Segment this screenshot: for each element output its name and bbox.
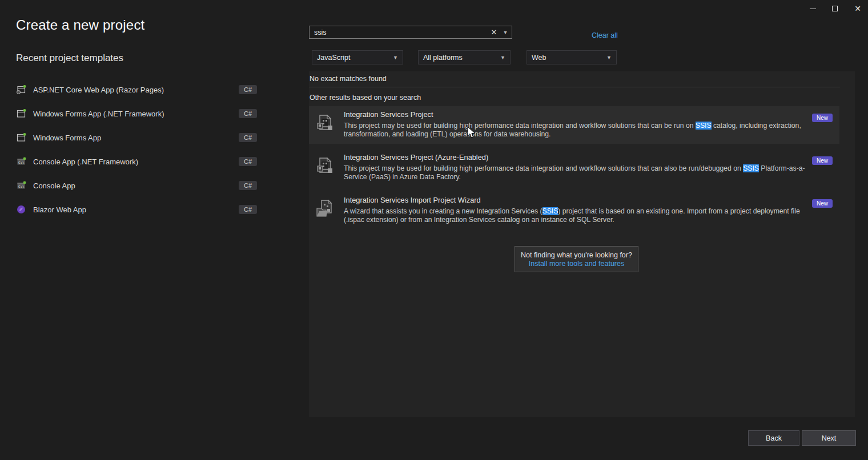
result-description: This project may be used for building hi…: [344, 122, 806, 139]
template-item-console-netfw[interactable]: C:\ Console App (.NET Framework) C#: [16, 154, 257, 170]
winforms-icon: [16, 132, 26, 143]
maximize-button[interactable]: [824, 0, 846, 17]
page-title: Create a new project: [16, 17, 144, 33]
language-badge: C#: [239, 133, 257, 142]
clear-all-link[interactable]: Clear all: [592, 31, 618, 39]
new-badge: New: [812, 199, 833, 208]
maximize-icon: [832, 6, 838, 11]
integration-services-project-icon: [315, 156, 335, 177]
svg-text:C:\: C:\: [18, 184, 25, 188]
minimize-button[interactable]: [802, 0, 823, 17]
template-name: Windows Forms App: [33, 134, 101, 142]
integration-services-project-icon: [315, 114, 335, 134]
close-button[interactable]: ✕: [847, 0, 868, 17]
result-description: A wizard that assists you in creating a …: [344, 207, 806, 224]
language-badge: C#: [239, 85, 257, 94]
minimize-icon: [810, 9, 816, 9]
template-name: ASP.NET Core Web App (Razor Pages): [33, 86, 164, 94]
language-badge: C#: [239, 205, 257, 214]
recent-template-list: ASP.NET Core Web App (Razor Pages) C# Wi…: [16, 82, 257, 225]
search-box: ✕ ▼: [309, 26, 512, 39]
result-list: Integration Services Project This projec…: [309, 106, 839, 235]
template-item-console[interactable]: C:\ Console App C#: [16, 177, 257, 193]
search-input[interactable]: [310, 26, 492, 38]
import-project-wizard-icon: [315, 199, 335, 220]
result-title: Integration Services Project (Azure-Enab…: [344, 153, 806, 162]
ssis-highlight: SSIS: [743, 164, 759, 172]
result-item-import-project-wizard[interactable]: Integration Services Import Project Wiza…: [309, 192, 839, 229]
svg-text:C:\: C:\: [18, 160, 25, 164]
no-match-text: No exact matches found: [310, 75, 387, 83]
chevron-down-icon: ▼: [606, 55, 612, 60]
console-app-icon: C:\: [16, 180, 26, 191]
result-item-integration-services-project[interactable]: Integration Services Project This projec…: [309, 106, 839, 144]
result-item-integration-services-project-azure[interactable]: Integration Services Project (Azure-Enab…: [309, 149, 839, 187]
new-badge: New: [812, 156, 833, 165]
results-panel: No exact matches found Other results bas…: [309, 71, 855, 417]
back-button[interactable]: Back: [748, 430, 799, 446]
platform-filter-value: All platforms: [423, 54, 463, 62]
language-badge: C#: [239, 157, 257, 166]
project-type-filter-dropdown[interactable]: Web ▼: [527, 50, 617, 64]
chevron-down-icon: ▼: [500, 55, 505, 60]
mouse-cursor: [467, 126, 476, 139]
project-type-filter-value: Web: [532, 54, 546, 62]
other-results-heading: Other results based on your search: [310, 94, 421, 102]
not-finding-box: Not finding what you're looking for? Ins…: [515, 246, 638, 272]
console-app-icon: C:\: [16, 156, 26, 167]
template-item-winforms[interactable]: Windows Forms App C#: [16, 130, 257, 146]
blazor-icon: [16, 204, 26, 215]
result-title: Integration Services Import Project Wiza…: [344, 196, 806, 204]
ssis-highlight: SSIS: [696, 122, 712, 130]
template-name: Console App (.NET Framework): [33, 158, 138, 166]
result-title: Integration Services Project: [344, 110, 806, 119]
template-name: Console App: [33, 181, 75, 190]
language-filter-value: JavaScript: [317, 54, 350, 62]
template-item-blazor[interactable]: Blazor Web App C#: [16, 201, 257, 217]
divider: [309, 87, 840, 87]
platform-filter-dropdown[interactable]: All platforms ▼: [418, 50, 511, 64]
search-history-caret-icon[interactable]: ▼: [501, 27, 510, 38]
template-item-winforms-netfw[interactable]: Windows Forms App (.NET Framework) C#: [16, 106, 257, 122]
language-badge: C#: [239, 181, 257, 190]
recent-templates-heading: Recent project templates: [16, 53, 123, 64]
language-filter-dropdown[interactable]: JavaScript ▼: [312, 50, 403, 64]
new-badge: New: [812, 114, 833, 122]
next-button[interactable]: Next: [802, 430, 856, 446]
not-finding-text: Not finding what you're looking for?: [521, 251, 632, 259]
winforms-icon: [16, 108, 26, 119]
template-name: Blazor Web App: [33, 205, 86, 214]
ssis-highlight: SSIS: [542, 207, 558, 215]
aspnet-core-icon: [16, 84, 26, 95]
result-description: This project may be used for building hi…: [344, 164, 806, 181]
search-clear-icon[interactable]: ✕: [489, 27, 499, 38]
close-icon: ✕: [854, 5, 861, 13]
install-more-tools-link[interactable]: Install more tools and features: [529, 260, 624, 268]
template-item-aspnet-core-web-app[interactable]: ASP.NET Core Web App (Razor Pages) C#: [16, 82, 257, 98]
chevron-down-icon: ▼: [393, 55, 398, 60]
template-name: Windows Forms App (.NET Framework): [33, 110, 164, 118]
language-badge: C#: [239, 109, 257, 118]
